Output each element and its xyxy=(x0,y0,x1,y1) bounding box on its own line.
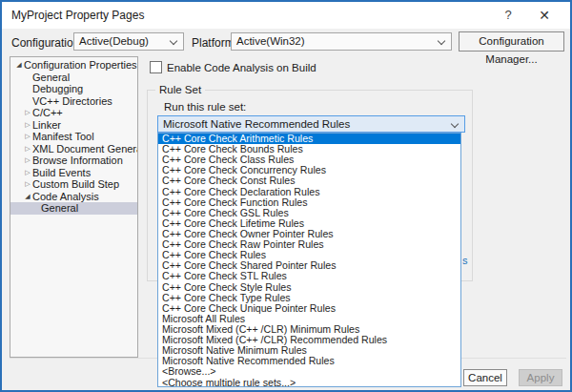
title-bar: MyProject Property Pages ? ✕ xyxy=(2,2,570,29)
dropdown-item[interactable]: C++ Core Check Style Rules xyxy=(158,282,460,293)
enable-code-analysis-checkbox[interactable] xyxy=(150,61,162,73)
apply-button: Apply xyxy=(519,369,562,386)
help-icon[interactable]: ? xyxy=(496,7,521,24)
tree-item-label: C/C++ xyxy=(32,107,63,118)
cancel-button[interactable]: Cancel xyxy=(463,369,507,386)
dropdown-item[interactable]: C++ Core Check Declaration Rules xyxy=(158,187,460,197)
tree-item-linker[interactable]: ▷Linker xyxy=(10,119,137,132)
rule-set-dropdown-list: C++ Core Check Arithmetic RulesC++ Core … xyxy=(157,133,461,387)
tree-collapsed-icon[interactable]: ▷ xyxy=(23,119,32,132)
tree-item-label: Build Events xyxy=(32,167,91,178)
tree-item-label: XML Document Generator xyxy=(32,143,138,155)
tree-item-manifest-tool[interactable]: ▷Manifest Tool xyxy=(10,131,137,143)
tree-item-code-analysis[interactable]: ◢Code Analysis xyxy=(10,191,137,203)
platform-select[interactable]: Active(Win32) xyxy=(231,32,452,51)
tree-item-configuration-properties[interactable]: ◢Configuration Properties xyxy=(10,59,137,72)
tree-item-label: Custom Build Step xyxy=(32,178,119,190)
window-title: MyProject Property Pages xyxy=(11,9,144,22)
chevron-down-icon xyxy=(451,120,459,128)
tree-item-general[interactable]: General xyxy=(10,72,137,84)
chevron-down-icon xyxy=(438,37,445,45)
tree-item-label: Browse Information xyxy=(32,155,123,166)
configuration-label: Configuration: xyxy=(11,36,83,50)
run-rule-set-label: Run this rule set: xyxy=(164,101,246,113)
partially-hidden-link-text[interactable]: s xyxy=(462,255,468,266)
rule-set-value: Microsoft Native Recommended Rules xyxy=(163,118,350,130)
dropdown-item[interactable]: <Choose multiple rule sets...> xyxy=(158,378,460,387)
tree-collapsed-icon[interactable]: ▷ xyxy=(23,167,32,179)
tree-collapsed-icon[interactable]: ▷ xyxy=(23,155,32,167)
tree-expanded-icon[interactable]: ◢ xyxy=(23,191,32,203)
configuration-select[interactable]: Active(Debug) xyxy=(73,32,184,51)
rule-set-select[interactable]: Microsoft Native Recommended Rules xyxy=(157,115,465,133)
tree-item-xml-document-generator[interactable]: ▷XML Document Generator xyxy=(10,143,137,155)
tree-item-label: General xyxy=(32,72,70,83)
configuration-tree: ◢Configuration PropertiesGeneralDebuggin… xyxy=(10,56,138,358)
tree-item-custom-build-step[interactable]: ▷Custom Build Step xyxy=(10,178,137,191)
tree-item-label: Debugging xyxy=(32,83,83,94)
tree-expanded-icon[interactable]: ◢ xyxy=(14,59,24,72)
tree-item-build-events[interactable]: ▷Build Events xyxy=(10,167,137,179)
dropdown-item[interactable]: C++ Core Check STL Rules xyxy=(158,271,460,281)
rule-set-group-title: Rule Set xyxy=(155,84,205,95)
tree-collapsed-icon[interactable]: ▷ xyxy=(23,107,32,119)
tree-item-label: VC++ Directories xyxy=(32,95,112,107)
tree-item-debugging[interactable]: Debugging xyxy=(10,83,137,95)
platform-value: Active(Win32) xyxy=(236,35,305,47)
tree-item-general[interactable]: General xyxy=(10,202,137,215)
dropdown-item[interactable]: <Browse...> xyxy=(158,366,460,377)
configuration-manager-button[interactable]: Configuration Manager... xyxy=(459,31,564,52)
tree-item-c-c-[interactable]: ▷C/C++ xyxy=(10,107,137,119)
tree-collapsed-icon[interactable]: ▷ xyxy=(23,143,32,155)
tree-collapsed-icon[interactable]: ▷ xyxy=(23,131,32,143)
tree-item-browse-information[interactable]: ▷Browse Information xyxy=(10,155,137,167)
enable-code-analysis-label: Enable Code Analysis on Build xyxy=(167,62,317,73)
chevron-down-icon xyxy=(170,37,177,45)
property-pages-dialog: MyProject Property Pages ? ✕ Configurati… xyxy=(0,0,572,392)
tree-collapsed-icon[interactable]: ▷ xyxy=(23,178,32,191)
close-icon[interactable]: ✕ xyxy=(532,7,557,24)
tree-item-label: Linker xyxy=(32,119,61,131)
configuration-value: Active(Debug) xyxy=(79,35,149,47)
tree-item-label: Manifest Tool xyxy=(32,131,94,142)
tree-item-label: Configuration Properties xyxy=(24,59,137,71)
tree-item-label: Code Analysis xyxy=(32,191,99,202)
dropdown-item[interactable]: C++ Core Check Const Rules xyxy=(158,175,460,186)
tree-item-label: General xyxy=(41,202,78,214)
tree-item-vc-directories[interactable]: VC++ Directories xyxy=(10,95,137,108)
